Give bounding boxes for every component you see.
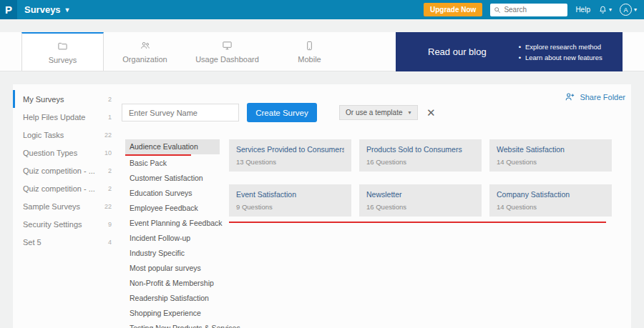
category-item[interactable]: Basic Pack [125,156,220,171]
topbar: P Surveys ▼ Upgrade Now Help ▾ A ▾ [0,0,644,19]
template-card[interactable]: Website Satisfaction14 Questions [489,139,612,172]
template-card[interactable]: Services Provided to Consumers13 Questio… [229,139,351,172]
category-item[interactable]: Non-Profit & Membership [125,276,220,291]
tab-mobile[interactable]: Mobile [268,32,351,71]
template-card-title: Newsletter [366,190,474,199]
template-card-questions: 13 Questions [236,158,344,166]
sidebar-item-label: Question Types [23,149,77,157]
sidebar-item-count: 2 [108,185,112,192]
sidebar-item-logic-tasks[interactable]: Logic Tasks22 [13,126,120,144]
person-plus-icon [565,91,575,102]
surveys-app-menu-label: Surveys [24,4,61,15]
sidebar-item-count: 4 [108,239,112,246]
read-our-blog-banner[interactable]: Read our blog Explore research methodLea… [396,32,623,71]
upgrade-now-button[interactable]: Upgrade Now [424,3,482,16]
template-category-list: Audience EvaluationBasic PackCustomer Sa… [125,139,220,328]
surveys-app-menu[interactable]: Surveys ▼ [24,4,71,15]
template-card-questions: 14 Questions [497,158,605,166]
sidebar-item-count: 2 [108,167,112,174]
category-item[interactable]: Education Surveys [125,186,220,201]
use-template-label: Or use a template [346,109,402,116]
survey-name-input[interactable] [122,104,239,121]
sidebar-item-question-types[interactable]: Question Types10 [13,144,120,161]
banner-bullet: Learn about new features [519,52,602,63]
sidebar-item-help-files-update[interactable]: Help Files Update1 [13,108,120,126]
search-icon [494,6,501,14]
monitor-icon [221,39,233,51]
sidebar-item-label: My Surveys [23,95,64,104]
sidebar-item-label: Logic Tasks [23,131,64,139]
banner-bullet: Explore research method [519,41,602,52]
banner-bullet-list: Explore research methodLearn about new f… [519,41,602,63]
template-card-title: Event Satisfaction [236,190,344,199]
folders-sidebar: My Surveys2Help Files Update1Logic Tasks… [13,90,120,251]
search-box[interactable] [490,4,567,16]
chevron-down-icon: ▾ [408,109,411,116]
sidebar-item-label: Quiz competition - ... [23,184,95,193]
sidebar-item-set-5[interactable]: Set 54 [13,233,120,251]
sidebar-item-quiz-competition[interactable]: Quiz competition - ...2 [13,161,120,179]
help-link[interactable]: Help [575,6,590,14]
banner-title: Read our blog [428,46,487,57]
sidebar-item-count: 10 [104,149,112,156]
use-template-dropdown[interactable]: Or use a template ▾ [339,105,418,120]
template-card-questions: 16 Questions [366,158,474,166]
category-item[interactable]: Customer Satisfaction [125,171,220,186]
create-survey-button[interactable]: Create Survey [247,103,317,122]
template-card-title: Products Sold to Consumers [366,145,474,154]
close-icon[interactable]: ✕ [426,105,436,120]
template-card[interactable]: Event Satisfaction9 Questions [229,184,351,217]
tab-label: Mobile [298,55,321,64]
sidebar-item-count: 9 [108,221,112,228]
sidebar-item-label: Set 5 [23,238,42,247]
template-card[interactable]: Newsletter16 Questions [359,184,482,217]
sidebar-item-my-surveys[interactable]: My Surveys2 [13,90,120,108]
sidebar-item-sample-surveys[interactable]: Sample Surveys22 [13,197,120,215]
template-card[interactable]: Products Sold to Consumers16 Questions [359,139,482,172]
sidebar-item-count: 22 [104,203,112,210]
template-card-questions: 16 Questions [366,203,474,211]
sidebar-item-security-settings[interactable]: Security Settings9 [13,215,120,233]
sidebar-item-label: Quiz competition - ... [23,167,95,175]
tab-surveys[interactable]: Surveys [21,32,104,71]
content-area: My Surveys2Help Files Update1Logic Tasks… [13,84,631,328]
category-item[interactable]: Shopping Experience [125,306,220,321]
tab-organization[interactable]: Organization [104,32,186,71]
template-card-title: Website Satisfaction [497,145,605,154]
topbar-right: Upgrade Now Help ▾ A ▾ [424,0,644,19]
tab-label: Surveys [49,56,77,64]
search-input[interactable] [504,6,564,14]
template-card-questions: 14 Questions [497,203,605,211]
category-item[interactable]: Industry Specific [125,246,220,261]
category-item[interactable]: Testing New Products & Services [125,321,220,328]
chevron-down-icon: ▼ [64,6,71,14]
category-item[interactable]: Incident Follow-up [125,231,220,246]
sidebar-item-count: 22 [104,131,112,139]
template-card[interactable]: Company Satisfaction14 Questions [489,184,612,217]
notifications-bell[interactable]: ▾ [598,5,612,14]
account-menu[interactable]: A ▾ [620,4,637,16]
sidebar-item-label: Help Files Update [23,113,85,121]
chevron-down-icon: ▾ [634,6,637,13]
sidebar-item-quiz-competition[interactable]: Quiz competition - ...2 [13,179,120,197]
people-icon [139,39,152,51]
category-item[interactable]: Audience Evaluation [125,139,220,154]
tab-label: Usage Dashboard [195,55,259,64]
template-card-grid: Services Provided to Consumers13 Questio… [229,139,612,217]
template-card-questions: 9 Questions [236,203,344,211]
app-logo[interactable]: P [0,0,17,19]
tab-usage-dashboard[interactable]: Usage Dashboard [186,32,268,71]
share-folder-link[interactable]: Share Folder [565,91,625,102]
phone-icon [304,39,315,51]
category-item[interactable]: Event Planning & Feedback [125,216,220,231]
category-item[interactable]: Readership Satisfaction [125,291,220,306]
category-item[interactable]: Most popular surveys [125,261,220,276]
template-card-title: Company Satisfaction [497,190,605,199]
bell-icon [598,5,608,14]
category-item[interactable]: Employee Feedback [125,201,220,216]
folder-icon [57,40,69,52]
tab-label: Organization [122,55,167,64]
annotation-red-line [229,222,606,223]
chevron-down-icon: ▾ [609,6,612,13]
share-folder-label: Share Folder [580,93,625,101]
